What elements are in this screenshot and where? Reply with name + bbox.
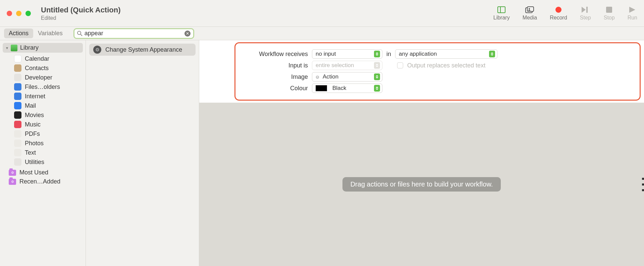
action-glyph-icon: ⊝: [316, 74, 319, 79]
smart-folder-icon: ⚙: [9, 179, 16, 185]
library-root-label: Library: [20, 44, 39, 51]
step-icon: [582, 6, 589, 13]
stepper-icon: [374, 85, 380, 92]
smart-folder-label: Most Used: [19, 169, 48, 176]
category-label: Mail: [25, 102, 36, 109]
category-label: Calendar: [25, 55, 49, 62]
category-icon: [14, 55, 21, 62]
application-select[interactable]: any application: [395, 49, 497, 59]
svg-marker-9: [629, 7, 635, 13]
select-value: no input: [316, 51, 336, 57]
category-icon: [14, 102, 21, 109]
category-item[interactable]: Text: [10, 148, 86, 157]
media-icon: [525, 6, 534, 13]
category-icon: [14, 130, 21, 138]
category-label: Developer: [25, 74, 52, 81]
minimize-window-button[interactable]: [16, 11, 21, 16]
category-label: Text: [25, 149, 36, 156]
category-label: Internet: [25, 93, 45, 100]
actions-list: ⚙Change System Appearance: [86, 40, 199, 266]
category-item[interactable]: Calendar: [10, 54, 86, 63]
category-item[interactable]: Music: [10, 120, 86, 129]
category-label: Utilities: [25, 159, 44, 166]
stop-button[interactable]: Stop: [604, 6, 615, 21]
category-item[interactable]: Internet: [10, 92, 86, 101]
input-is-select: entire selection: [312, 61, 382, 70]
category-item[interactable]: Mail: [10, 101, 86, 110]
category-item[interactable]: Contacts: [10, 63, 86, 73]
search-field[interactable]: ✕: [73, 28, 194, 39]
config-label: Colour: [241, 85, 308, 92]
stop-icon: [606, 6, 612, 13]
svg-marker-6: [582, 7, 586, 13]
config-label: Workflow receives: [241, 51, 308, 58]
output-replaces-label: Output replaces selected text: [407, 62, 485, 69]
category-icon: [14, 149, 21, 156]
select-value: entire selection: [316, 62, 354, 69]
svg-rect-0: [498, 7, 505, 13]
config-label: Input is: [241, 62, 308, 69]
select-value: Black: [332, 85, 346, 92]
stepper-icon: [374, 62, 380, 69]
category-icon: [14, 140, 21, 147]
category-icon: [14, 74, 21, 81]
step-button[interactable]: Step: [580, 6, 591, 21]
category-item[interactable]: Photos: [10, 139, 86, 148]
close-window-button[interactable]: [7, 11, 12, 16]
tab-actions[interactable]: Actions: [4, 29, 33, 38]
library-icon: [497, 6, 505, 13]
category-item[interactable]: Files…olders: [10, 82, 86, 92]
action-icon: ⚙: [93, 46, 101, 54]
step-label: Step: [580, 15, 591, 21]
right-edge-handle: [642, 178, 644, 191]
action-result-item[interactable]: ⚙Change System Appearance: [89, 44, 196, 56]
image-select[interactable]: ⊝ Action: [312, 72, 382, 82]
category-item[interactable]: Movies: [10, 110, 86, 120]
category-list: CalendarContactsDeveloperFiles…oldersInt…: [0, 54, 86, 167]
library-button[interactable]: Library: [493, 6, 510, 21]
library-tabs: Actions Variables: [4, 29, 67, 38]
record-icon: [555, 6, 562, 13]
config-label: Image: [241, 73, 308, 81]
record-button[interactable]: Record: [550, 6, 567, 21]
smart-folder-item[interactable]: ⚙Recen…Added: [5, 177, 86, 186]
main-split: ▾ Library CalendarContactsDeveloperFiles…: [0, 40, 644, 266]
clear-search-button[interactable]: ✕: [184, 31, 191, 37]
media-label: Media: [523, 15, 537, 21]
category-item[interactable]: Utilities: [10, 157, 86, 167]
category-icon: [14, 158, 21, 166]
record-label: Record: [550, 15, 567, 21]
tab-variables[interactable]: Variables: [33, 29, 67, 38]
zoom-window-button[interactable]: [25, 11, 31, 16]
config-input-is-row: Input is entire selection Output replace…: [241, 61, 634, 70]
action-label: Change System Appearance: [105, 46, 182, 53]
library-icon: [11, 45, 17, 51]
search-icon: [77, 31, 83, 36]
select-value: Action: [323, 73, 338, 80]
run-icon: [629, 6, 635, 13]
toolbar: Library Media Record Step Stop: [493, 6, 637, 21]
category-icon: [14, 64, 21, 72]
config-workflow-receives-row: Workflow receives no input in any applic…: [241, 49, 634, 59]
workflow-receives-select[interactable]: no input: [312, 49, 382, 59]
category-item[interactable]: Developer: [10, 73, 86, 82]
library-root[interactable]: ▾ Library: [3, 43, 83, 53]
svg-point-4: [529, 8, 530, 9]
colour-select[interactable]: Black: [312, 84, 382, 93]
svg-point-10: [77, 31, 81, 35]
category-item[interactable]: PDFs: [10, 129, 86, 139]
run-button[interactable]: Run: [628, 6, 637, 21]
workflow-drop-area[interactable]: Drag actions or files here to build your…: [199, 103, 644, 266]
drop-hint: Drag actions or files here to build your…: [342, 177, 501, 192]
chevron-down-icon: ▾: [6, 46, 8, 50]
smart-folder-item[interactable]: ⚙Most Used: [5, 168, 86, 177]
select-value: any application: [399, 51, 437, 57]
workflow-canvas: Workflow receives no input in any applic…: [199, 40, 644, 266]
media-button[interactable]: Media: [523, 6, 537, 21]
run-label: Run: [628, 15, 637, 21]
svg-point-5: [555, 7, 561, 13]
library-sidebar: ▾ Library CalendarContactsDeveloperFiles…: [0, 40, 86, 266]
in-label: in: [386, 51, 391, 58]
svg-rect-7: [586, 7, 588, 13]
search-input[interactable]: [85, 30, 184, 37]
